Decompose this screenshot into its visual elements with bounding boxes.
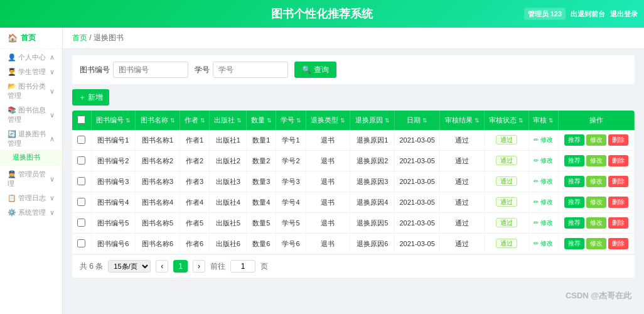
- edit-btn[interactable]: 修改: [586, 134, 606, 146]
- sidebar-item-recommend[interactable]: 🔄 退换图书管理∧: [0, 126, 62, 149]
- recommend-btn[interactable]: 推荐: [564, 176, 584, 187]
- row-audit[interactable]: ✏ 修改: [529, 171, 558, 192]
- sidebar-item-classify[interactable]: 📂 图书分类管理∨: [0, 78, 62, 102]
- col-sid[interactable]: 学号 ⇅: [276, 111, 306, 130]
- sidebar-item-book[interactable]: 📚 图书信息管理∨: [0, 102, 62, 126]
- row-checkbox[interactable]: [72, 213, 91, 234]
- col-book-code[interactable]: 图书编号 ⇅: [91, 111, 136, 130]
- student-id-input[interactable]: [213, 62, 288, 78]
- sidebar-item-log[interactable]: 📋 管理日志∨: [0, 190, 62, 204]
- edit-btn[interactable]: 修改: [586, 176, 606, 187]
- row-checkbox[interactable]: [72, 130, 91, 151]
- sidebar-home-label: 首页: [21, 33, 36, 43]
- recommend-btn[interactable]: 推荐: [564, 238, 584, 249]
- col-author[interactable]: 作者 ⇅: [180, 111, 210, 130]
- page-unit: 页: [260, 261, 268, 272]
- col-publisher[interactable]: 出版社 ⇅: [210, 111, 247, 130]
- recommend-btn[interactable]: 推荐: [564, 217, 584, 229]
- delete-btn[interactable]: 删除: [608, 197, 628, 208]
- recommend-btn[interactable]: 推荐: [564, 134, 584, 146]
- row-checkbox[interactable]: [72, 234, 91, 254]
- sidebar-item-home[interactable]: 🏠 首页: [0, 28, 62, 49]
- col-audit[interactable]: 审核 ⇅: [529, 111, 558, 130]
- prev-page-btn[interactable]: ‹: [156, 260, 168, 273]
- sidebar-item-personal[interactable]: 👤 个人中心∧: [0, 49, 62, 63]
- row-type: 退书: [306, 213, 350, 234]
- table-row: 图书编号6 图书名称6 作者6 出版社6 数量6 学号6 退书 退换原因6 20…: [72, 234, 635, 254]
- row-checkbox[interactable]: [72, 171, 91, 192]
- row-audit[interactable]: ✏ 修改: [529, 192, 558, 213]
- col-reason[interactable]: 退换原因 ⇅: [350, 111, 395, 130]
- row-author: 作者1: [180, 130, 210, 151]
- row-reason: 退换原因4: [350, 192, 395, 213]
- col-type[interactable]: 退换类型 ⇅: [306, 111, 350, 130]
- search-button[interactable]: 🔍 查询: [294, 62, 336, 78]
- recommend-btn[interactable]: 推荐: [564, 197, 584, 208]
- col-result[interactable]: 审核结果 ⇅: [440, 111, 485, 130]
- row-book-code: 图书编号2: [91, 151, 136, 171]
- row-date: 2021-03-05: [395, 192, 440, 213]
- row-reason: 退换原因3: [350, 171, 395, 192]
- breadcrumb-current: 退换图书: [94, 33, 124, 42]
- app-title: 图书个性化推荐系统: [271, 8, 373, 20]
- table-body: 图书编号1 图书名称1 作者1 出版社1 数量1 学号1 退书 退换原因1 20…: [72, 130, 635, 254]
- page-jump-input[interactable]: [230, 260, 255, 273]
- search-bar: 图书编号 学号 🔍 查询: [72, 55, 635, 84]
- col-status[interactable]: 审核状态 ⇅: [484, 111, 529, 130]
- sidebar-item-manager[interactable]: 👮 管理员管理∨: [0, 166, 62, 190]
- row-type: 退书: [306, 171, 350, 192]
- page-1-btn[interactable]: 1: [173, 260, 188, 273]
- sidebar-item-system[interactable]: ⚙️ 系统管理∨: [0, 204, 62, 219]
- col-book-name[interactable]: 图书名称 ⇅: [136, 111, 180, 130]
- edit-btn[interactable]: 修改: [586, 197, 606, 208]
- row-actions: 推荐 修改 删除: [558, 130, 634, 151]
- edit-btn[interactable]: 修改: [586, 155, 606, 166]
- header-actions: 管理员 123 出退到前台 退出登录: [524, 8, 638, 20]
- row-audit[interactable]: ✏ 修改: [529, 213, 558, 234]
- row-publisher: 出版社1: [210, 130, 247, 151]
- per-page-select[interactable]: 15条/页 30条/页 50条/页: [108, 260, 151, 273]
- content-area: 图书编号 学号 🔍 查询 ＋ 新增: [63, 49, 644, 284]
- recommend-btn[interactable]: 推荐: [564, 155, 584, 166]
- row-checkbox[interactable]: [72, 192, 91, 213]
- row-type: 退书: [306, 130, 350, 151]
- row-actions: 推荐 修改 删除: [558, 171, 634, 192]
- sidebar-item-student[interactable]: 👨‍🎓 学生管理∨: [0, 63, 62, 78]
- row-audit[interactable]: ✏ 修改: [529, 234, 558, 254]
- edit-btn[interactable]: 修改: [586, 217, 606, 229]
- row-book-name: 图书名称2: [136, 151, 180, 171]
- row-qty: 数量4: [247, 192, 276, 213]
- goto-frontend-link[interactable]: 出退到前台: [571, 9, 605, 19]
- row-reason: 退换原因2: [350, 151, 395, 171]
- delete-btn[interactable]: 删除: [608, 217, 628, 229]
- watermark: CSDN @杰哥在此: [566, 290, 631, 301]
- delete-btn[interactable]: 删除: [608, 134, 628, 146]
- row-book-name: 图书名称1: [136, 130, 180, 151]
- row-date: 2021-03-05: [395, 213, 440, 234]
- logout-link[interactable]: 退出登录: [610, 9, 638, 19]
- breadcrumb-home[interactable]: 首页: [72, 33, 87, 42]
- next-page-btn[interactable]: ›: [193, 260, 205, 273]
- row-book-code: 图书编号6: [91, 234, 136, 254]
- home-icon: 🏠: [8, 33, 18, 43]
- row-audit[interactable]: ✏ 修改: [529, 151, 558, 171]
- row-book-code: 图书编号1: [91, 130, 136, 151]
- row-book-name: 图书名称4: [136, 192, 180, 213]
- row-checkbox[interactable]: [72, 151, 91, 171]
- col-date[interactable]: 日期 ⇅: [395, 111, 440, 130]
- delete-btn[interactable]: 删除: [608, 155, 628, 166]
- row-publisher: 出版社4: [210, 192, 247, 213]
- delete-btn[interactable]: 删除: [608, 238, 628, 249]
- add-button[interactable]: ＋ 新增: [72, 89, 109, 106]
- sidebar-sub-return-book[interactable]: 退换图书: [0, 149, 62, 166]
- book-code-label: 图书编号: [80, 65, 110, 75]
- select-all-checkbox[interactable]: [72, 111, 91, 130]
- col-qty[interactable]: 数量 ⇅: [247, 111, 276, 130]
- row-status: 通过: [484, 151, 529, 171]
- delete-btn[interactable]: 删除: [608, 176, 628, 187]
- data-table: 图书编号 ⇅ 图书名称 ⇅ 作者 ⇅ 出版社 ⇅ 数量 ⇅ 学号 ⇅ 退换类型 …: [72, 111, 635, 254]
- row-result: 通过: [440, 213, 485, 234]
- edit-btn[interactable]: 修改: [586, 238, 606, 249]
- row-audit[interactable]: ✏ 修改: [529, 130, 558, 151]
- book-code-input[interactable]: [113, 62, 188, 78]
